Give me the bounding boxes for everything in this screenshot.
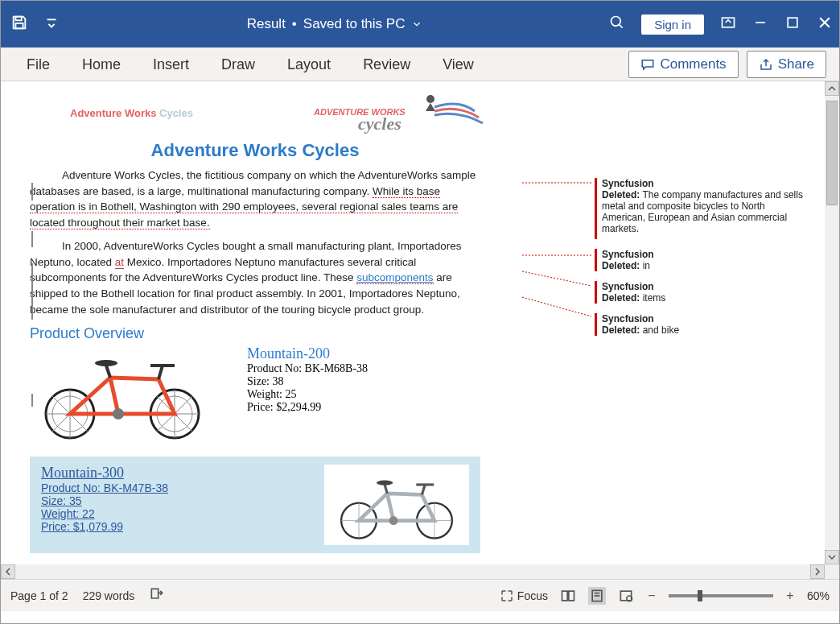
titlebar-controls: Sign in xyxy=(609,14,833,35)
scroll-up-icon[interactable] xyxy=(825,81,839,96)
svg-point-30 xyxy=(113,408,124,419)
word-count[interactable]: 229 words xyxy=(83,589,135,602)
revision-mark[interactable] xyxy=(31,394,33,407)
zoom-slider[interactable] xyxy=(669,594,773,597)
ribbon-display-icon[interactable] xyxy=(720,14,736,34)
menu-insert[interactable]: Insert xyxy=(137,48,205,81)
menu-draw[interactable]: Draw xyxy=(205,48,271,81)
svg-point-41 xyxy=(389,516,398,525)
brand-text: Adventure Works Cycles xyxy=(70,107,193,119)
svg-point-13 xyxy=(426,95,434,103)
document-title: Result • Saved to this PC xyxy=(60,16,609,32)
share-icon xyxy=(759,57,773,72)
product-image xyxy=(324,465,469,545)
svg-point-3 xyxy=(611,17,621,27)
zoom-level[interactable]: 60% xyxy=(807,589,830,602)
focus-button[interactable]: Focus xyxy=(500,589,548,603)
menubar: File Home Insert Draw Layout Review View… xyxy=(1,48,839,81)
read-mode-icon[interactable] xyxy=(559,587,577,605)
selected-product-block[interactable]: Mountain-300 Product No: BK-M47B-38 Size… xyxy=(30,457,480,553)
svg-line-45 xyxy=(522,297,591,316)
document-canvas[interactable]: Adventure Works Cycles ADVENTURE WORKS c… xyxy=(1,81,839,579)
balloon-connectors xyxy=(522,178,738,419)
paragraph: Adventure Works Cycles, the fictitious c… xyxy=(30,167,480,230)
revision-mark[interactable] xyxy=(31,263,33,320)
svg-line-4 xyxy=(620,25,623,28)
proofing-icon[interactable] xyxy=(149,586,165,605)
product-details: Mountain-300 Product No: BK-M47B-38 Size… xyxy=(41,465,168,545)
revision-balloons: Syncfusion Deleted: The company manufact… xyxy=(595,178,810,345)
document-area: Adventure Works Cycles ADVENTURE WORKS c… xyxy=(1,81,839,579)
revision-mark[interactable] xyxy=(31,231,33,247)
scroll-left-icon[interactable] xyxy=(1,564,15,579)
logo-image: ADVENTURE WORKS cycles xyxy=(314,91,499,135)
horizontal-scrollbar[interactable] xyxy=(1,564,825,579)
svg-line-28 xyxy=(106,366,110,378)
titlebar: Result • Saved to this PC Sign in xyxy=(1,1,839,48)
svg-line-44 xyxy=(522,271,591,286)
zoom-out-button[interactable]: − xyxy=(646,589,657,603)
chevron-down-icon[interactable] xyxy=(411,19,422,30)
revision-mark[interactable] xyxy=(31,183,33,200)
zoom-thumb[interactable] xyxy=(698,590,702,601)
comments-button[interactable]: Comments xyxy=(628,51,738,78)
svg-point-40 xyxy=(377,481,393,486)
minimize-icon[interactable] xyxy=(752,14,768,34)
signin-button[interactable]: Sign in xyxy=(641,14,704,35)
menu-view[interactable]: View xyxy=(426,48,490,81)
menu-review[interactable]: Review xyxy=(347,48,426,81)
scroll-right-icon[interactable] xyxy=(810,564,825,579)
close-icon[interactable] xyxy=(817,14,833,34)
zoom-in-button[interactable]: + xyxy=(784,589,796,603)
page-title: Adventure Works Cycles xyxy=(30,140,480,161)
qat-customize-icon[interactable] xyxy=(43,14,60,35)
search-icon[interactable] xyxy=(609,14,625,34)
header: Adventure Works Cycles ADVENTURE WORKS c… xyxy=(70,91,833,135)
svg-line-39 xyxy=(385,485,387,494)
product-name: Mountain-200 xyxy=(247,345,368,362)
page-indicator[interactable]: Page 1 of 2 xyxy=(10,589,68,602)
svg-rect-0 xyxy=(15,17,21,21)
comment-icon xyxy=(640,57,655,72)
paragraph: In 2000, AdventureWorks Cycles bought a … xyxy=(30,238,480,317)
web-layout-icon[interactable] xyxy=(617,587,635,605)
svg-point-29 xyxy=(95,360,117,366)
menu-home[interactable]: Home xyxy=(66,48,137,81)
vertical-scrollbar[interactable] xyxy=(825,81,839,579)
statusbar: Page 1 of 2 229 words Focus − + 60% xyxy=(1,579,839,611)
maximize-icon[interactable] xyxy=(784,14,801,34)
svg-line-26 xyxy=(159,366,163,379)
menu-layout[interactable]: Layout xyxy=(271,48,347,81)
print-layout-icon[interactable] xyxy=(588,587,606,605)
save-icon[interactable] xyxy=(10,14,28,35)
scroll-track[interactable] xyxy=(15,564,810,579)
product-details: Mountain-200 Product No: BK-M68B-38 Size… xyxy=(247,345,368,414)
scroll-down-icon[interactable] xyxy=(825,550,839,564)
scroll-thumb[interactable] xyxy=(826,101,838,205)
quick-access-toolbar xyxy=(7,14,60,35)
link-subcomponents[interactable]: subcomponents xyxy=(356,271,433,284)
svg-rect-1 xyxy=(15,23,23,28)
product-name: Mountain-300 xyxy=(41,465,168,481)
share-button[interactable]: Share xyxy=(747,51,826,78)
menu-file[interactable]: File xyxy=(10,48,66,81)
svg-text:cycles: cycles xyxy=(358,114,401,134)
svg-line-37 xyxy=(422,485,425,495)
product-image xyxy=(30,345,215,442)
svg-rect-7 xyxy=(788,18,797,27)
